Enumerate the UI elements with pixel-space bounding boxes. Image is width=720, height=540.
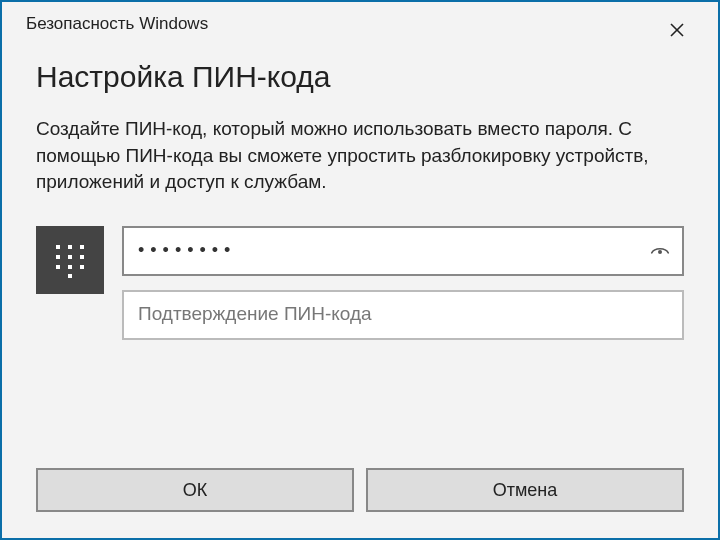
- keypad-icon: [36, 226, 104, 294]
- svg-rect-6: [68, 255, 72, 259]
- pin-input[interactable]: [124, 228, 638, 274]
- reveal-pin-button[interactable]: [638, 228, 682, 274]
- confirm-pin-input-wrap: [122, 290, 684, 340]
- svg-rect-10: [80, 265, 84, 269]
- window-title: Безопасность Windows: [26, 14, 208, 34]
- ok-button[interactable]: ОК: [36, 468, 354, 512]
- svg-rect-11: [68, 274, 72, 278]
- titlebar: Безопасность Windows: [2, 2, 718, 46]
- security-dialog: Безопасность Windows Настройка ПИН-кода …: [0, 0, 720, 540]
- cancel-button[interactable]: Отмена: [366, 468, 684, 512]
- svg-rect-4: [80, 245, 84, 249]
- svg-rect-8: [56, 265, 60, 269]
- description-text: Создайте ПИН-код, который можно использо…: [36, 116, 684, 196]
- svg-rect-2: [56, 245, 60, 249]
- svg-rect-7: [80, 255, 84, 259]
- eye-reveal-icon: [649, 240, 671, 262]
- svg-rect-5: [56, 255, 60, 259]
- svg-rect-3: [68, 245, 72, 249]
- close-icon: [670, 23, 684, 37]
- close-button[interactable]: [656, 14, 698, 46]
- svg-rect-9: [68, 265, 72, 269]
- pin-inputs: [122, 226, 684, 340]
- dialog-content: Настройка ПИН-кода Создайте ПИН-код, кот…: [2, 46, 718, 468]
- page-title: Настройка ПИН-кода: [36, 60, 684, 94]
- pin-area: [36, 226, 684, 340]
- pin-input-wrap: [122, 226, 684, 276]
- dialog-footer: ОК Отмена: [2, 468, 718, 538]
- svg-point-12: [658, 250, 662, 254]
- confirm-pin-input[interactable]: [124, 292, 682, 338]
